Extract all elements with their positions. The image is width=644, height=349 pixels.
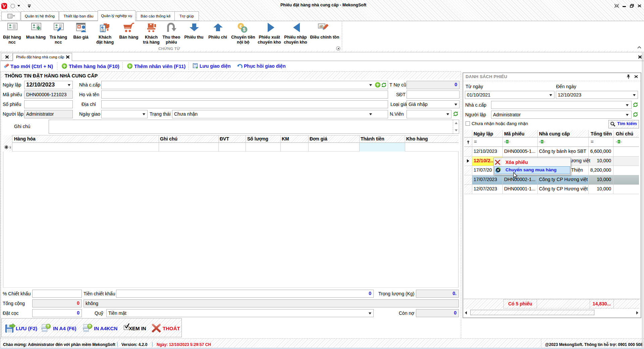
svg-text:a: a xyxy=(504,140,505,143)
svg-text:a: a xyxy=(539,140,540,143)
svg-text:?: ? xyxy=(47,325,49,328)
svg-text:?: ? xyxy=(89,325,91,328)
svg-text:c: c xyxy=(544,140,545,143)
svg-text:c: c xyxy=(621,140,622,143)
svg-text:B: B xyxy=(541,140,543,143)
svg-text:c: c xyxy=(509,140,511,143)
svg-text:B: B xyxy=(618,140,620,143)
svg-text:B: B xyxy=(506,140,508,143)
svg-text:ab: ab xyxy=(319,24,323,28)
svg-text:$: $ xyxy=(243,27,246,32)
svg-text:a: a xyxy=(616,140,617,143)
